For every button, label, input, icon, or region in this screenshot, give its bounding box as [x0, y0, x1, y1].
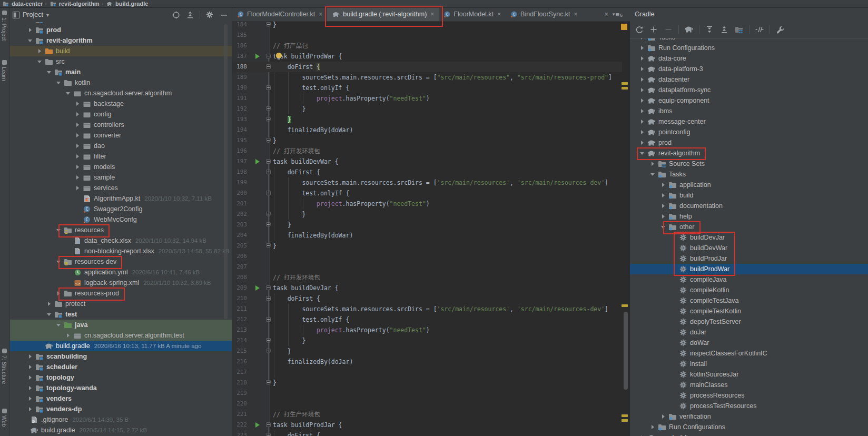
code-line-198[interactable]: 198 doFirst {	[232, 167, 622, 177]
vcs-change-mark[interactable]	[622, 87, 628, 90]
code-line-185[interactable]: 185	[232, 30, 622, 41]
chevron-collapsed-icon[interactable]	[639, 77, 645, 82]
gradle-tree-item-verification[interactable]: verification	[630, 411, 868, 422]
chevron-expanded-icon[interactable]	[639, 152, 645, 155]
project-tree-item-data-check.xlsx[interactable]: ?data_check.xlsx2020/1/10 10:32, 14.94 k…	[9, 235, 232, 246]
chevron-collapsed-icon[interactable]	[639, 109, 645, 113]
project-tree-item-src[interactable]: src	[9, 56, 232, 67]
chevron-collapsed-icon[interactable]	[639, 141, 645, 145]
gradle-tree-item-builddevjar[interactable]: buildDevJar	[630, 232, 868, 243]
line-number[interactable]: 223	[234, 430, 247, 436]
code-line-219[interactable]: 219	[232, 388, 622, 399]
line-number[interactable]: 205	[234, 241, 247, 251]
gradle-tree-item-compilejava[interactable]: compileJava	[630, 274, 868, 285]
line-number[interactable]: 188	[234, 62, 247, 72]
project-tree-item-non-blocking-report.xlsx[interactable]: ?non-blocking-report.xlsx2020/5/13 14:58…	[9, 246, 232, 256]
project-tree-item-webmvcconfg[interactable]: CWebMvcConfg	[9, 214, 232, 225]
project-tree-item-resources-dev[interactable]: resources-dev	[9, 256, 232, 267]
project-tree-item-dao[interactable]: dao	[9, 141, 232, 151]
project-tree-item-topology[interactable]: topology	[9, 372, 232, 383]
chevron-expanded-icon[interactable]	[46, 71, 52, 74]
code-line-216[interactable]: 216 finalizedBy(doJar)	[232, 356, 622, 367]
code-line-205[interactable]: 205}	[232, 241, 622, 251]
project-tree-item-swagger2config[interactable]: CSwagger2Config	[9, 204, 232, 214]
chevron-collapsed-icon[interactable]	[27, 386, 33, 390]
line-number[interactable]: 191	[234, 93, 247, 104]
stripe-button-learn[interactable]: Learn	[1, 60, 7, 81]
code-line-190[interactable]: 190 test.onlyIf {	[232, 83, 622, 93]
close-icon[interactable]: ×	[430, 11, 434, 18]
gradle-tree-item-run-configurations[interactable]: Run Configurations	[630, 422, 868, 432]
chevron-collapsed-icon[interactable]	[660, 214, 666, 219]
close-icon[interactable]: ×	[497, 11, 501, 18]
project-tree-item-.gitignore[interactable]: .gitignore2020/6/1 14:39, 35 B	[9, 414, 232, 425]
gradle-tree-item-buildprodwar[interactable]: buildProdWar	[630, 264, 868, 274]
fold-start-icon[interactable]	[266, 433, 271, 436]
collapse-all-button[interactable]	[185, 10, 195, 19]
code-line-189[interactable]: 189 sourceSets.main.resources.srcDirs = …	[232, 72, 622, 83]
project-tree-item-build.gradle[interactable]: build.gradle2020/6/16 10:13, 11.77 kB A …	[9, 341, 232, 351]
code-line-210[interactable]: 210 doFirst {	[232, 293, 622, 304]
line-number[interactable]: 190	[234, 83, 247, 93]
line-number[interactable]: 219	[234, 388, 247, 399]
project-tree-item-test[interactable]: test	[9, 309, 232, 320]
gradle-tree-item-dojar[interactable]: doJar	[630, 327, 868, 338]
chevron-collapsed-icon[interactable]	[56, 291, 61, 295]
gradle-tree-item-application[interactable]: application	[630, 180, 868, 190]
chevron-expanded-icon[interactable]	[56, 324, 61, 326]
extra-tab-close-icon[interactable]: ×	[605, 11, 608, 18]
gradle-tree-item-prod[interactable]: prod	[630, 137, 868, 148]
gradle-tree-item-documentation[interactable]: documentation	[630, 201, 868, 211]
fold-start-icon[interactable]	[266, 191, 271, 195]
group-tasks-button[interactable]	[734, 25, 744, 34]
line-number[interactable]: 208	[234, 272, 247, 283]
chevron-collapsed-icon[interactable]	[660, 414, 666, 419]
code-line-195[interactable]: 195}	[232, 135, 622, 146]
code-line-201[interactable]: 201 project.hasProperty("needTest")	[232, 199, 622, 209]
project-tree-item-models[interactable]: models	[9, 162, 232, 172]
fold-start-icon[interactable]	[266, 317, 271, 322]
project-tree-item-cn.sagacloud.server.algorithm[interactable]: cn.sagacloud.server.algorithm	[9, 88, 232, 98]
line-number[interactable]: 187	[234, 51, 247, 62]
close-icon[interactable]: ×	[319, 11, 322, 18]
chevron-collapsed-icon[interactable]	[75, 186, 80, 190]
intention-bulb-icon[interactable]	[276, 53, 282, 58]
chevron-collapsed-icon[interactable]	[75, 165, 80, 169]
project-scrollbar[interactable]	[224, 24, 228, 319]
line-number[interactable]: 206	[234, 251, 247, 262]
fold-start-icon[interactable]	[266, 64, 271, 69]
editor-tab-bindfloorsync.kt[interactable]: CBindFloorSync.kt×	[506, 7, 583, 21]
gradle-tree-item-data-core[interactable]: data-core	[630, 53, 868, 64]
code-line-194[interactable]: 194 finalizedBy(doWar)	[232, 125, 622, 135]
gradle-tree-item-scanbuilding[interactable]: scanbuilding	[630, 432, 868, 436]
project-tree-item-prod[interactable]: prod	[9, 25, 232, 35]
line-number[interactable]: 216	[234, 356, 247, 367]
code-line-200[interactable]: 200 test.onlyIf {	[232, 188, 622, 199]
gradle-tree-item-install[interactable]: install	[630, 359, 868, 369]
gradle-tree-item-equip-component[interactable]: equip-component	[630, 95, 868, 106]
chevron-collapsed-icon[interactable]	[75, 123, 80, 127]
fold-end-icon[interactable]	[266, 212, 271, 216]
code-line-186[interactable]: 186// 打产品包	[232, 41, 622, 51]
code-line-214[interactable]: 214 }	[232, 335, 622, 346]
run-task-icon[interactable]	[255, 422, 260, 428]
project-tree-item-java[interactable]: java	[9, 320, 232, 330]
line-number[interactable]: 200	[234, 188, 247, 199]
line-number[interactable]: 185	[234, 30, 247, 41]
line-number[interactable]: 214	[234, 335, 247, 346]
line-number[interactable]: 195	[234, 135, 247, 146]
gradle-tree-item-mainclasses[interactable]: mainClasses	[630, 380, 868, 390]
chevron-expanded-icon[interactable]	[65, 92, 71, 95]
run-task-icon[interactable]	[255, 159, 260, 164]
gradle-tree-item-help[interactable]: help	[630, 211, 868, 222]
gradle-tree-item-run-configurations[interactable]: Run Configurations	[630, 43, 868, 53]
line-number[interactable]: 207	[234, 262, 247, 272]
chevron-collapsed-icon[interactable]	[660, 183, 666, 187]
project-tree-item-revit-algorithm[interactable]: revit-algorithm	[9, 35, 232, 46]
offline-toggle-button[interactable]	[755, 25, 764, 34]
chevron-collapsed-icon[interactable]	[75, 175, 80, 180]
gradle-tree-item-kotlinsourcesjar[interactable]: kotlinSourcesJar	[630, 369, 868, 380]
expand-all-button[interactable]	[705, 25, 714, 34]
chevron-expanded-icon[interactable]	[56, 82, 61, 84]
project-tree-item-scanbuilding[interactable]: scanbuilding	[9, 351, 232, 362]
